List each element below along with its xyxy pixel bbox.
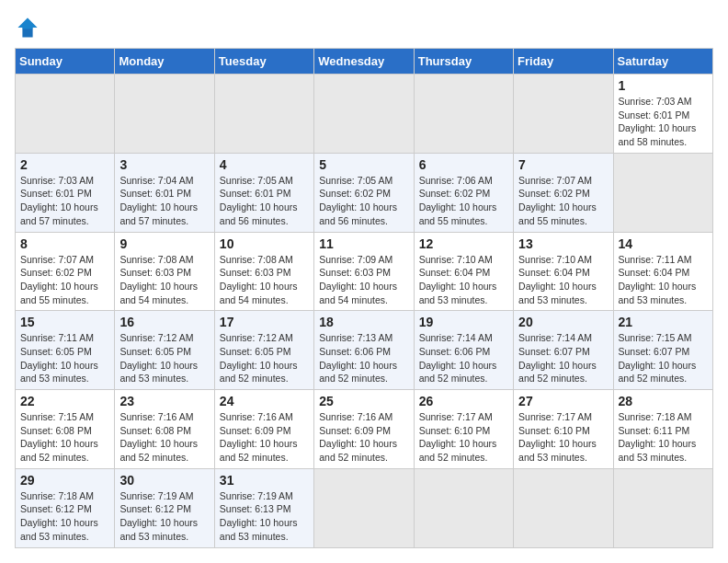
calendar-header-tuesday: Tuesday — [214, 49, 313, 75]
svg-marker-1 — [18, 18, 38, 29]
calendar-body: 1 Sunrise: 7:03 AM Sunset: 6:01 PM Dayli… — [16, 75, 713, 548]
day-cell-9: 9 Sunrise: 7:08 AM Sunset: 6:03 PM Dayli… — [115, 232, 214, 311]
day-number: 17 — [220, 315, 309, 329]
calendar-header-monday: Monday — [115, 49, 214, 75]
day-cell-6: 6 Sunrise: 7:06 AM Sunset: 6:02 PM Dayli… — [414, 153, 513, 232]
day-cell-5: 5 Sunrise: 7:05 AM Sunset: 6:02 PM Dayli… — [314, 153, 414, 232]
day-info: Sunrise: 7:03 AM Sunset: 6:01 PM Dayligh… — [20, 174, 109, 228]
day-cell-16: 16 Sunrise: 7:12 AM Sunset: 6:05 PM Dayl… — [115, 311, 214, 390]
empty-cell — [414, 75, 513, 154]
day-info: Sunrise: 7:18 AM Sunset: 6:12 PM Dayligh… — [20, 489, 109, 544]
day-number: 16 — [119, 315, 209, 329]
day-number: 10 — [220, 236, 309, 251]
calendar-header-thursday: Thursday — [414, 49, 513, 75]
empty-cell — [613, 468, 712, 547]
day-number: 11 — [319, 236, 408, 251]
empty-cell — [314, 75, 414, 154]
day-cell-12: 12 Sunrise: 7:10 AM Sunset: 6:04 PM Dayl… — [414, 232, 513, 311]
day-number: 20 — [518, 315, 608, 329]
day-info: Sunrise: 7:14 AM Sunset: 6:06 PM Dayligh… — [419, 331, 508, 385]
day-info: Sunrise: 7:13 AM Sunset: 6:06 PM Dayligh… — [319, 331, 408, 385]
calendar-week-2: 2 Sunrise: 7:03 AM Sunset: 6:01 PM Dayli… — [16, 153, 713, 232]
day-info: Sunrise: 7:08 AM Sunset: 6:03 PM Dayligh… — [220, 253, 309, 307]
day-number: 27 — [518, 394, 608, 408]
day-cell-20: 20 Sunrise: 7:14 AM Sunset: 6:07 PM Dayl… — [514, 311, 613, 390]
calendar-table: SundayMondayTuesdayWednesdayThursdayFrid… — [15, 48, 713, 548]
empty-cell — [314, 468, 414, 547]
day-number: 24 — [220, 394, 309, 408]
day-number: 14 — [619, 236, 708, 251]
day-number: 19 — [419, 315, 508, 329]
logo — [15, 15, 42, 40]
day-cell-21: 21 Sunrise: 7:15 AM Sunset: 6:07 PM Dayl… — [613, 311, 712, 390]
empty-cell — [16, 75, 115, 154]
logo-icon — [15, 15, 40, 40]
day-cell-17: 17 Sunrise: 7:12 AM Sunset: 6:05 PM Dayl… — [214, 311, 313, 390]
day-number: 4 — [220, 157, 309, 172]
day-info: Sunrise: 7:03 AM Sunset: 6:01 PM Dayligh… — [619, 95, 708, 149]
empty-cell — [514, 75, 613, 154]
empty-cell — [115, 75, 214, 154]
day-cell-22: 22 Sunrise: 7:15 AM Sunset: 6:08 PM Dayl… — [16, 390, 115, 469]
day-info: Sunrise: 7:08 AM Sunset: 6:03 PM Dayligh… — [119, 253, 209, 307]
day-cell-1: 1 Sunrise: 7:03 AM Sunset: 6:01 PM Dayli… — [613, 75, 712, 154]
day-info: Sunrise: 7:17 AM Sunset: 6:10 PM Dayligh… — [518, 410, 608, 465]
day-cell-31: 31 Sunrise: 7:19 AM Sunset: 6:13 PM Dayl… — [214, 468, 313, 547]
empty-cell — [414, 468, 513, 547]
day-info: Sunrise: 7:11 AM Sunset: 6:04 PM Dayligh… — [619, 253, 708, 307]
calendar-header-wednesday: Wednesday — [314, 49, 414, 75]
day-number: 28 — [619, 394, 708, 408]
calendar-week-6: 29 Sunrise: 7:18 AM Sunset: 6:12 PM Dayl… — [16, 468, 713, 547]
calendar-header-saturday: Saturday — [613, 49, 712, 75]
day-number: 8 — [20, 236, 109, 251]
day-cell-14: 14 Sunrise: 7:11 AM Sunset: 6:04 PM Dayl… — [613, 232, 712, 311]
day-number: 22 — [20, 394, 109, 408]
day-cell-29: 29 Sunrise: 7:18 AM Sunset: 6:12 PM Dayl… — [16, 468, 115, 547]
day-cell-19: 19 Sunrise: 7:14 AM Sunset: 6:06 PM Dayl… — [414, 311, 513, 390]
empty-cell — [514, 468, 613, 547]
day-number: 1 — [619, 78, 708, 93]
day-cell-3: 3 Sunrise: 7:04 AM Sunset: 6:01 PM Dayli… — [115, 153, 214, 232]
day-info: Sunrise: 7:16 AM Sunset: 6:09 PM Dayligh… — [220, 410, 309, 465]
day-info: Sunrise: 7:15 AM Sunset: 6:07 PM Dayligh… — [619, 331, 708, 385]
page-header — [15, 15, 713, 40]
day-cell-28: 28 Sunrise: 7:18 AM Sunset: 6:11 PM Dayl… — [613, 390, 712, 469]
day-info: Sunrise: 7:17 AM Sunset: 6:10 PM Dayligh… — [419, 410, 508, 465]
calendar-header-row: SundayMondayTuesdayWednesdayThursdayFrid… — [16, 49, 713, 75]
day-cell-23: 23 Sunrise: 7:16 AM Sunset: 6:08 PM Dayl… — [115, 390, 214, 469]
calendar-header-friday: Friday — [514, 49, 613, 75]
day-info: Sunrise: 7:11 AM Sunset: 6:05 PM Dayligh… — [20, 331, 109, 385]
day-info: Sunrise: 7:18 AM Sunset: 6:11 PM Dayligh… — [619, 410, 708, 465]
day-number: 2 — [20, 157, 109, 172]
day-number: 25 — [319, 394, 408, 408]
day-info: Sunrise: 7:04 AM Sunset: 6:01 PM Dayligh… — [119, 174, 209, 228]
day-info: Sunrise: 7:10 AM Sunset: 6:04 PM Dayligh… — [419, 253, 508, 307]
day-cell-15: 15 Sunrise: 7:11 AM Sunset: 6:05 PM Dayl… — [16, 311, 115, 390]
calendar-header-sunday: Sunday — [16, 49, 115, 75]
day-number: 5 — [319, 157, 408, 172]
day-info: Sunrise: 7:05 AM Sunset: 6:01 PM Dayligh… — [220, 174, 309, 228]
day-number: 21 — [619, 315, 708, 329]
day-cell-18: 18 Sunrise: 7:13 AM Sunset: 6:06 PM Dayl… — [314, 311, 414, 390]
day-number: 29 — [20, 473, 109, 488]
day-cell-4: 4 Sunrise: 7:05 AM Sunset: 6:01 PM Dayli… — [214, 153, 313, 232]
day-cell-25: 25 Sunrise: 7:16 AM Sunset: 6:09 PM Dayl… — [314, 390, 414, 469]
day-cell-30: 30 Sunrise: 7:19 AM Sunset: 6:12 PM Dayl… — [115, 468, 214, 547]
day-number: 30 — [119, 473, 209, 488]
day-cell-10: 10 Sunrise: 7:08 AM Sunset: 6:03 PM Dayl… — [214, 232, 313, 311]
day-info: Sunrise: 7:09 AM Sunset: 6:03 PM Dayligh… — [319, 253, 408, 307]
day-cell-13: 13 Sunrise: 7:10 AM Sunset: 6:04 PM Dayl… — [514, 232, 613, 311]
day-number: 13 — [518, 236, 608, 251]
day-info: Sunrise: 7:12 AM Sunset: 6:05 PM Dayligh… — [119, 331, 209, 385]
day-cell-2: 2 Sunrise: 7:03 AM Sunset: 6:01 PM Dayli… — [16, 153, 115, 232]
day-cell-7: 7 Sunrise: 7:07 AM Sunset: 6:02 PM Dayli… — [514, 153, 613, 232]
day-info: Sunrise: 7:07 AM Sunset: 6:02 PM Dayligh… — [20, 253, 109, 307]
day-info: Sunrise: 7:06 AM Sunset: 6:02 PM Dayligh… — [419, 174, 508, 228]
day-number: 15 — [20, 315, 109, 329]
calendar-week-5: 22 Sunrise: 7:15 AM Sunset: 6:08 PM Dayl… — [16, 390, 713, 469]
day-number: 12 — [419, 236, 508, 251]
day-info: Sunrise: 7:15 AM Sunset: 6:08 PM Dayligh… — [20, 410, 109, 465]
day-info: Sunrise: 7:16 AM Sunset: 6:09 PM Dayligh… — [319, 410, 408, 465]
calendar-week-4: 15 Sunrise: 7:11 AM Sunset: 6:05 PM Dayl… — [16, 311, 713, 390]
calendar-week-3: 8 Sunrise: 7:07 AM Sunset: 6:02 PM Dayli… — [16, 232, 713, 311]
